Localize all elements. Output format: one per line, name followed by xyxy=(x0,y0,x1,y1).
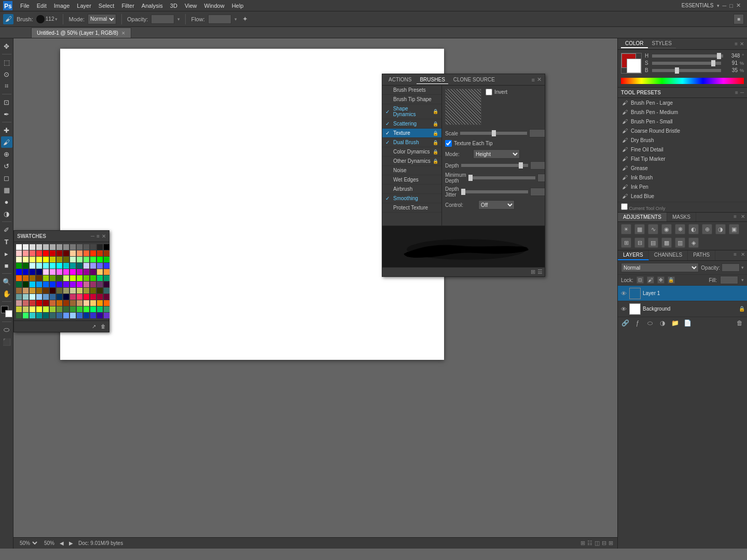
preset-item-6[interactable]: 🖌Flat Tip Marker xyxy=(618,154,747,163)
swatch-16[interactable] xyxy=(30,250,35,256)
swatch-97[interactable] xyxy=(104,282,109,287)
swatch-43[interactable] xyxy=(23,263,29,269)
swatch-87[interactable] xyxy=(36,282,42,287)
flow-input[interactable]: 100% xyxy=(208,15,231,24)
swatch-122[interactable] xyxy=(84,294,89,300)
adj-color-balance-btn[interactable]: ⊕ xyxy=(702,224,712,234)
tool-presets-menu[interactable]: ≡ xyxy=(735,90,738,95)
status-icon-1[interactable]: ⊞ xyxy=(580,540,585,547)
layer-group-btn[interactable]: 📁 xyxy=(671,319,679,327)
opacity-arrow[interactable]: ▾ xyxy=(177,17,180,22)
swatch-110[interactable] xyxy=(97,288,103,293)
swatch-80[interactable] xyxy=(84,275,89,281)
tool-history-brush[interactable]: ↺ xyxy=(1,160,12,172)
brush-tab-clone-source[interactable]: CLONE SOURCE xyxy=(450,76,498,84)
adj-panel-close[interactable]: ✕ xyxy=(739,213,747,221)
brush-picker[interactable]: 112 ▾ xyxy=(36,15,58,23)
canvas-area[interactable]: 50% 50% ◀ ▶ Doc: 9.01M/9 bytes ⊞ ☷ ◫ ⊟ ⊞… xyxy=(13,38,617,549)
brush-list-other-dynamics[interactable]: Other Dynamics 🔒 xyxy=(382,157,441,166)
status-icon-2[interactable]: ☷ xyxy=(587,540,592,547)
brush-list-airbrush[interactable]: Airbrush xyxy=(382,185,441,194)
swatch-64[interactable] xyxy=(70,269,76,275)
swatch-149[interactable] xyxy=(77,306,82,312)
background-color[interactable] xyxy=(5,310,12,317)
swatch-59[interactable] xyxy=(36,269,42,275)
swatch-118[interactable] xyxy=(57,294,62,300)
layers-panel-menu[interactable]: ≡ xyxy=(731,250,739,260)
swatch-108[interactable] xyxy=(84,288,89,293)
hue-slider[interactable] xyxy=(652,54,723,58)
swatch-86[interactable] xyxy=(30,282,35,287)
swatch-53[interactable] xyxy=(90,263,96,269)
swatch-90[interactable] xyxy=(57,282,62,287)
swatch-152[interactable] xyxy=(97,306,103,312)
color-swatches-fg-bg[interactable] xyxy=(621,53,642,74)
swatch-30[interactable] xyxy=(30,257,35,262)
preset-item-10[interactable]: 🖌Lead Blue xyxy=(618,191,747,201)
brush-list-smoothing[interactable]: ✓ Smoothing xyxy=(382,194,441,203)
layers-panel-close[interactable]: ✕ xyxy=(739,250,747,260)
swatch-133[interactable] xyxy=(63,300,69,306)
swatch-140[interactable] xyxy=(16,306,22,312)
swatch-119[interactable] xyxy=(63,294,69,300)
close-btn[interactable]: ✕ xyxy=(736,2,741,9)
swatch-9[interactable] xyxy=(77,244,82,250)
swatch-117[interactable] xyxy=(50,294,56,300)
brush-list-scattering[interactable]: ✓ Scattering 🔒 xyxy=(382,119,441,129)
swatch-94[interactable] xyxy=(84,282,89,287)
swatch-71[interactable] xyxy=(23,275,29,281)
swatch-107[interactable] xyxy=(77,288,82,293)
adj-invert-btn[interactable]: ⊟ xyxy=(634,237,645,248)
swatch-106[interactable] xyxy=(70,288,76,293)
adj-channel-mixer-btn[interactable]: ⊞ xyxy=(621,237,631,248)
swatch-116[interactable] xyxy=(43,294,49,300)
brush-panel-menu-btn[interactable]: ≡ xyxy=(532,77,535,83)
layer-link-btn[interactable]: 🔗 xyxy=(621,319,629,327)
swatch-4[interactable] xyxy=(43,244,49,250)
tool-hand[interactable]: ✋ xyxy=(1,288,12,299)
swatches-collapse-btn[interactable]: ─ xyxy=(91,233,94,239)
lock-move-btn[interactable]: ✥ xyxy=(657,276,665,284)
swatch-55[interactable] xyxy=(104,263,109,269)
swatch-124[interactable] xyxy=(97,294,103,300)
swatch-141[interactable] xyxy=(23,306,29,312)
layer-new-btn[interactable]: 📄 xyxy=(683,319,691,327)
adj-gradient-map-btn[interactable]: ▥ xyxy=(675,237,685,248)
mode-select[interactable]: Normal xyxy=(88,14,116,24)
swatch-14[interactable] xyxy=(16,250,22,256)
brush-list-noise[interactable]: Noise xyxy=(382,166,441,175)
brush-list-presets[interactable]: Brush Presets xyxy=(382,86,441,95)
swatch-154[interactable] xyxy=(16,313,22,318)
blend-mode-select[interactable]: Normal xyxy=(621,263,699,272)
layer-item-layer1[interactable]: 👁 Layer 1 xyxy=(618,286,747,301)
swatch-125[interactable] xyxy=(104,294,109,300)
tab-masks[interactable]: MASKS xyxy=(667,213,696,221)
tool-presets-collapse[interactable]: ─ xyxy=(740,90,744,95)
swatch-148[interactable] xyxy=(70,306,76,312)
quick-mask-btn[interactable]: ⬭ xyxy=(1,324,12,335)
swatch-27[interactable] xyxy=(104,250,109,256)
menu-file[interactable]: File xyxy=(17,2,33,10)
swatch-96[interactable] xyxy=(97,282,103,287)
swatch-84[interactable] xyxy=(16,282,22,287)
tool-type[interactable]: T xyxy=(1,236,12,247)
adj-photo-filter-btn[interactable]: ▣ xyxy=(729,224,739,234)
swatch-34[interactable] xyxy=(57,257,62,262)
tool-eraser[interactable]: ◻ xyxy=(1,172,12,184)
texture-preview-swatch[interactable] xyxy=(445,89,481,125)
swatch-18[interactable] xyxy=(43,250,49,256)
color-spectrum[interactable] xyxy=(621,78,744,84)
tab-layers[interactable]: LAYERS xyxy=(618,250,649,260)
scale-value[interactable]: 100% xyxy=(529,129,545,137)
adj-black-white-btn[interactable]: ◑ xyxy=(715,224,726,234)
brush-dropdown-icon[interactable]: ▾ xyxy=(55,17,58,22)
swatch-1[interactable] xyxy=(23,244,29,250)
swatch-114[interactable] xyxy=(30,294,35,300)
menu-help[interactable]: Help xyxy=(228,2,247,10)
swatch-0[interactable] xyxy=(16,244,22,250)
swatch-56[interactable] xyxy=(16,269,22,275)
adj-exposure-btn[interactable]: ◉ xyxy=(661,224,672,234)
tab-color[interactable]: COLOR xyxy=(621,39,648,48)
brush-tab-brushes[interactable]: BRUSHES xyxy=(417,76,448,84)
swatch-65[interactable] xyxy=(77,269,82,275)
